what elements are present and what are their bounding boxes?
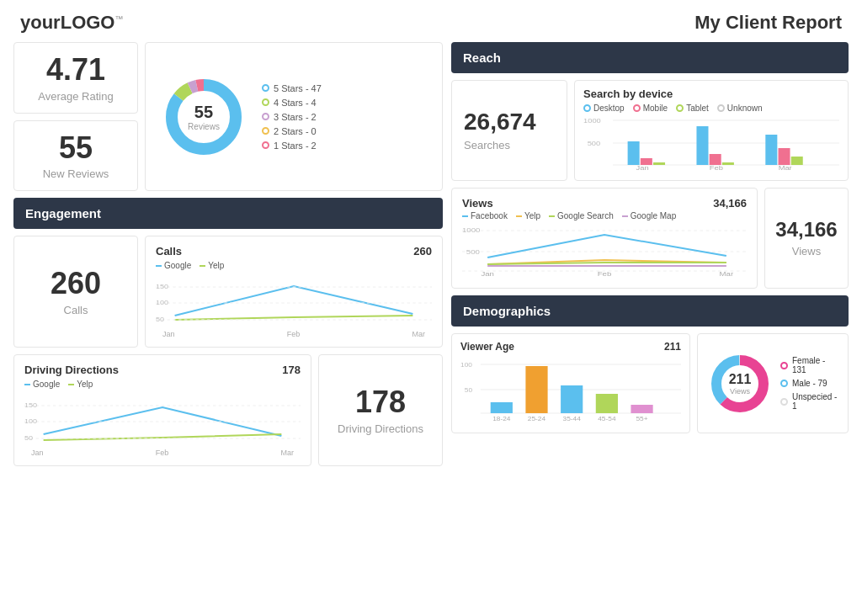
svg-rect-46 xyxy=(491,402,513,413)
demographics-header: Demographics xyxy=(451,295,849,327)
calls-stat-card: 260 Calls xyxy=(13,236,138,348)
average-rating-label: Average Rating xyxy=(38,90,113,103)
new-reviews-label: New Reviews xyxy=(43,167,109,180)
reviews-legend: 5 Stars - 47 4 Stars - 4 3 Stars - 2 2 S… xyxy=(262,83,322,151)
svg-rect-49 xyxy=(596,394,618,413)
gender-donut: 211 Views xyxy=(706,350,774,417)
gender-donut-number: 211 xyxy=(729,372,752,387)
svg-text:Jan: Jan xyxy=(481,270,494,278)
directions-chart-number: 178 xyxy=(282,364,301,376)
svg-text:100: 100 xyxy=(24,417,37,425)
svg-text:50: 50 xyxy=(465,387,472,394)
svg-text:Jan: Jan xyxy=(636,164,649,172)
svg-text:1000: 1000 xyxy=(583,117,601,125)
calls-chart-card: Calls 260 Google Yelp xyxy=(145,236,443,348)
donut-center-label: Reviews xyxy=(188,122,220,131)
svg-text:50: 50 xyxy=(24,434,33,442)
average-rating-number: 4.71 xyxy=(46,53,105,87)
gender-card: 211 Views Female - 131 Male - 79 Unspeci… xyxy=(697,333,849,433)
new-reviews-number: 55 xyxy=(59,131,93,165)
directions-label: Driving Directions xyxy=(338,422,423,435)
reviews-donut: 55 Reviews xyxy=(157,71,250,163)
search-device-card: Search by device Desktop Mobile Tablet U… xyxy=(574,80,849,181)
header: yourLOGO™ My Client Report xyxy=(0,0,862,42)
searches-label: Searches xyxy=(464,139,510,151)
svg-rect-29 xyxy=(791,157,803,165)
donut-center-number: 55 xyxy=(188,103,220,122)
searches-number: 26,674 xyxy=(464,109,536,135)
reviews-donut-card: 55 Reviews 5 Stars - 47 4 Stars - 4 3 St… xyxy=(145,42,443,191)
views-chart-card: Views 34,166 Facebook Yelp Google Search… xyxy=(451,188,758,289)
logo-your: your xyxy=(20,12,61,33)
demographics-label: Demographics xyxy=(463,304,551,318)
svg-text:150: 150 xyxy=(24,401,37,409)
svg-text:100: 100 xyxy=(156,299,168,306)
gender-donut-label: Views xyxy=(729,387,752,396)
svg-text:500: 500 xyxy=(588,140,601,147)
svg-text:25-24: 25-24 xyxy=(528,416,546,422)
reach-label: Reach xyxy=(463,50,501,65)
new-reviews-card: 55 New Reviews xyxy=(13,120,138,192)
engagement-label: Engagement xyxy=(25,206,101,220)
views-stat-card: 34,166 Views xyxy=(764,188,849,289)
directions-number: 178 xyxy=(355,385,406,419)
logo: yourLOGO™ xyxy=(20,12,123,34)
directions-chart-card: Driving Directions 178 Google Yelp xyxy=(13,354,311,466)
directions-chart-title: Driving Directions xyxy=(24,364,119,376)
viewer-age-total: 211 xyxy=(664,341,681,353)
svg-rect-50 xyxy=(631,405,652,413)
logo-bold: LOGO xyxy=(61,12,115,33)
svg-text:Mar: Mar xyxy=(720,270,734,278)
svg-text:1000: 1000 xyxy=(462,226,481,234)
directions-stat-card: 178 Driving Directions xyxy=(318,354,443,466)
logo-tm: ™ xyxy=(114,14,123,24)
svg-text:18-24: 18-24 xyxy=(492,416,511,422)
viewer-age-title: Viewer Age xyxy=(460,341,514,353)
reach-header: Reach xyxy=(451,42,849,73)
svg-text:150: 150 xyxy=(156,283,168,290)
views-chart-title: Views xyxy=(462,197,493,210)
svg-rect-26 xyxy=(722,162,734,165)
viewer-age-card: Viewer Age 211 100 50 xyxy=(451,333,690,433)
calls-chart-number: 260 xyxy=(413,245,432,258)
svg-rect-27 xyxy=(765,135,777,165)
svg-text:35-44: 35-44 xyxy=(563,416,582,422)
svg-text:500: 500 xyxy=(466,248,480,256)
report-title: My Client Report xyxy=(694,12,842,34)
svg-text:Feb: Feb xyxy=(710,164,723,172)
engagement-header: Engagement xyxy=(13,198,443,229)
svg-rect-23 xyxy=(653,162,665,165)
svg-text:55+: 55+ xyxy=(636,416,648,422)
svg-rect-28 xyxy=(779,148,790,165)
svg-text:45-54: 45-54 xyxy=(598,416,616,422)
calls-chart-title: Calls xyxy=(156,245,182,258)
gender-legend: Female - 131 Male - 79 Unspecied - 1 xyxy=(780,356,839,411)
svg-text:50: 50 xyxy=(156,316,164,323)
svg-rect-48 xyxy=(561,385,583,413)
svg-rect-21 xyxy=(628,141,640,165)
views-label: Views xyxy=(792,245,821,258)
svg-text:100: 100 xyxy=(460,362,472,369)
svg-text:Mar: Mar xyxy=(779,164,792,172)
calls-number: 260 xyxy=(51,267,101,300)
svg-text:Feb: Feb xyxy=(598,270,612,278)
device-chart-title: Search by device xyxy=(583,88,839,100)
average-rating-card: 4.71 Average Rating xyxy=(13,42,138,114)
svg-rect-24 xyxy=(696,126,708,165)
views-chart-number: 34,166 xyxy=(713,197,747,210)
views-number: 34,166 xyxy=(775,219,837,241)
calls-label: Calls xyxy=(64,304,88,316)
svg-rect-47 xyxy=(525,366,547,413)
searches-stat-card: 26,674 Searches xyxy=(451,80,567,181)
